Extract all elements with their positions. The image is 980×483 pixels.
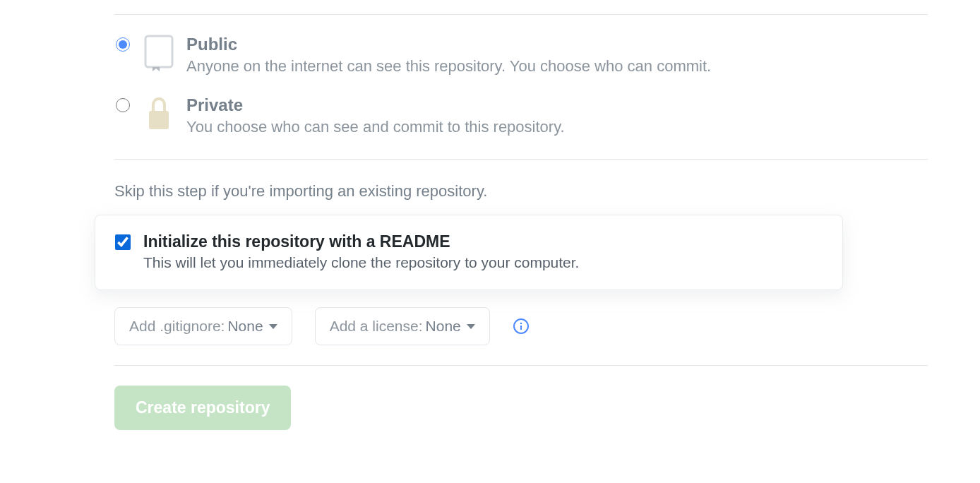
- section-divider: [114, 365, 928, 366]
- public-description: Anyone on the internet can see this repo…: [186, 57, 928, 76]
- lock-icon: [144, 95, 174, 129]
- private-text: Private You choose who can see and commi…: [186, 95, 928, 136]
- readme-text: Initialize this repository with a README…: [143, 232, 823, 271]
- readme-title: Initialize this repository with a README: [143, 232, 823, 251]
- gitignore-label: Add .gitignore:: [129, 318, 225, 335]
- submit-row: Create repository: [114, 386, 928, 430]
- license-dropdown[interactable]: Add a license: None: [315, 307, 490, 345]
- dropdown-row: Add .gitignore: None Add a license: None: [114, 307, 928, 345]
- license-value: None: [426, 318, 461, 335]
- visibility-section: Public Anyone on the internet can see th…: [114, 15, 928, 159]
- radio-public-wrapper: [116, 37, 131, 53]
- import-hint: Skip this step if you're importing an ex…: [114, 182, 928, 201]
- readme-checkbox-wrapper: [115, 234, 131, 253]
- gitignore-value: None: [227, 318, 263, 335]
- visibility-option-public[interactable]: Public Anyone on the internet can see th…: [114, 35, 928, 76]
- private-description: You choose who can see and commit to thi…: [186, 118, 928, 136]
- svg-rect-0: [145, 36, 172, 67]
- license-label: Add a license:: [330, 318, 423, 335]
- caret-down-icon: [269, 324, 277, 329]
- gitignore-dropdown[interactable]: Add .gitignore: None: [114, 307, 292, 345]
- repo-icon: [144, 35, 174, 68]
- radio-private-wrapper: [116, 98, 131, 114]
- svg-point-3: [520, 323, 522, 325]
- radio-public[interactable]: [116, 37, 130, 52]
- section-divider: [114, 159, 928, 160]
- caret-down-icon: [467, 324, 475, 329]
- visibility-option-private[interactable]: Private You choose who can see and commi…: [114, 95, 928, 136]
- readme-card: Initialize this repository with a README…: [95, 215, 843, 290]
- readme-checkbox[interactable]: [115, 234, 131, 250]
- radio-private[interactable]: [116, 98, 130, 112]
- info-icon[interactable]: [513, 318, 530, 335]
- public-text: Public Anyone on the internet can see th…: [186, 35, 928, 76]
- public-title: Public: [186, 35, 928, 54]
- readme-description: This will let you immediately clone the …: [143, 254, 823, 271]
- private-title: Private: [186, 95, 928, 115]
- create-repository-button[interactable]: Create repository: [114, 386, 291, 430]
- svg-rect-1: [149, 111, 169, 129]
